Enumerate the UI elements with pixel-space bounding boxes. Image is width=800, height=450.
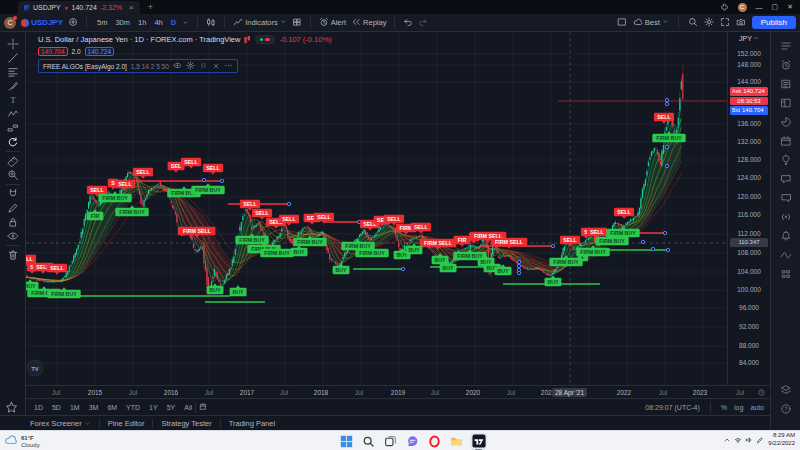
hotlists-button[interactable] (778, 115, 794, 129)
source-code-icon[interactable]: { } (199, 61, 208, 71)
goto-date-button[interactable] (199, 402, 208, 412)
chats-button[interactable] (778, 191, 794, 205)
range-5y[interactable]: 5Y (167, 404, 176, 411)
price-chart[interactable]: SELLSSELLSELLSELLSSELLSELLSELSELLSELLFIR… (26, 32, 727, 385)
alerts-button[interactable] (778, 58, 794, 72)
replay-button[interactable]: Replay (351, 17, 386, 29)
publish-button[interactable]: Publish (752, 16, 796, 29)
range-6m[interactable]: 6M (107, 404, 117, 411)
panel-tab-strategy-tester[interactable]: Strategy Tester (161, 419, 211, 428)
bid-price-box[interactable]: 140.704 (38, 47, 68, 56)
tray-clock[interactable]: 8:29 AM 9/22/2022 (768, 432, 798, 447)
range-1y[interactable]: 1Y (149, 404, 158, 411)
taskbar-app-search[interactable] (360, 433, 377, 450)
timeframe-5m[interactable]: 5m (95, 18, 109, 27)
scale-%[interactable]: % (721, 404, 727, 411)
gear-icon[interactable] (186, 61, 195, 71)
tab-close-button[interactable]: × (129, 3, 134, 12)
range-1m[interactable]: 1M (70, 404, 80, 411)
search-button[interactable] (688, 17, 698, 29)
indicator-toggle-pills[interactable] (255, 35, 275, 44)
indicator-templates-button[interactable] (292, 17, 302, 29)
scale-auto[interactable]: auto (750, 404, 764, 411)
indicator-legend-row[interactable]: FREE ALGOs [EasyAlgo 2.0] 1.5 14 2 5 50 … (38, 59, 238, 73)
panel-tab-trading-panel[interactable]: Trading Panel (229, 419, 275, 428)
timeframe-1h[interactable]: 1h (136, 18, 148, 27)
timeframe-4h[interactable]: 4h (152, 18, 164, 27)
fullscreen-button[interactable] (720, 17, 730, 29)
tray-speaker[interactable] (745, 436, 753, 444)
notifications-button[interactable] (778, 229, 794, 243)
redo-button[interactable] (418, 17, 428, 29)
currency-label[interactable]: JPY (728, 35, 770, 42)
window-maximize-button[interactable]: ▢ (772, 3, 779, 11)
symbol-info-row[interactable]: U.S. Dollar / Japanese Yen · 1D · FOREX.… (38, 35, 332, 44)
range-1d[interactable]: 1D (34, 404, 43, 411)
user-avatar[interactable]: C (4, 17, 16, 29)
fib-retracement-tool[interactable] (4, 65, 22, 79)
xabcd-pattern-tool[interactable] (4, 107, 22, 121)
alert-button[interactable]: Alert (319, 17, 346, 29)
window-close-button[interactable]: ✕ (787, 3, 793, 11)
range-5d[interactable]: 5D (52, 404, 61, 411)
timeframe-D[interactable]: D (169, 18, 178, 27)
range-3m[interactable]: 3M (89, 404, 99, 411)
rotate-tool[interactable] (4, 135, 22, 149)
trend-line-tool[interactable] (4, 51, 22, 65)
object-tree-button[interactable] (778, 383, 794, 397)
taskbar-app-chat[interactable] (404, 433, 421, 450)
long-short-position-tool[interactable] (4, 121, 22, 135)
browser-avatar[interactable]: C (738, 3, 747, 12)
more-options-icon[interactable] (224, 61, 233, 71)
lock-all-tool[interactable] (4, 215, 22, 229)
range-all[interactable]: All (184, 404, 192, 411)
private-chats-button[interactable] (778, 172, 794, 186)
settings-gear-button[interactable] (704, 17, 714, 29)
taskbar-app-task-view[interactable] (382, 433, 399, 450)
taskbar-app-start[interactable] (338, 433, 355, 450)
trading-panel-button[interactable] (778, 267, 794, 281)
taskbar-app-tradingview[interactable] (470, 433, 487, 450)
help-button[interactable]: ? (778, 402, 794, 416)
watchlist-button[interactable] (778, 39, 794, 53)
tray-pen[interactable] (756, 436, 764, 444)
zoom-in-tool[interactable] (4, 168, 22, 182)
drawing-tool[interactable] (4, 201, 22, 215)
layout-select-button[interactable] (617, 17, 627, 29)
taskbar-app-file-explorer[interactable] (448, 433, 465, 450)
weather-widget[interactable]: 61°FCloudy (4, 433, 40, 450)
panel-tab-pine-editor[interactable]: Pine Editor (108, 419, 145, 428)
eye-icon[interactable] (173, 61, 182, 71)
timeframe-30m[interactable]: 30m (113, 18, 132, 27)
compare-add-button[interactable] (68, 17, 78, 29)
new-tab-button[interactable]: + (148, 2, 153, 12)
range-ytd[interactable]: YTD (126, 404, 140, 411)
hide-all-tool[interactable] (4, 229, 22, 243)
panel-tab-forex-screener[interactable]: Forex Screener (30, 419, 91, 428)
snapshot-camera-button[interactable] (736, 17, 746, 29)
tray-chevron-up[interactable] (723, 436, 731, 444)
undo-button[interactable] (403, 17, 413, 29)
chart-style-button[interactable] (206, 17, 216, 29)
cloud-layout-button[interactable]: Best (633, 17, 669, 29)
brush-tool[interactable] (4, 79, 22, 93)
news-button[interactable] (778, 77, 794, 91)
data-window-button[interactable] (778, 96, 794, 110)
price-axis[interactable]: JPY 152.000148.000144.000136.000132.0001… (727, 32, 770, 385)
markets-button[interactable] (778, 248, 794, 262)
time-axis[interactable]: Jul2015Jul2016Jul2017Jul2018Jul2019Jul20… (26, 385, 770, 398)
browser-tab-usdjpy[interactable]: USDJPY ▼ 140.724 -2.32% × (18, 1, 140, 14)
measure-tool[interactable] (4, 154, 22, 168)
text-tool[interactable]: T (4, 93, 22, 107)
indicators-button[interactable]: Indicators (233, 17, 287, 29)
tray-wifi[interactable] (734, 436, 742, 444)
calendar-button[interactable] (778, 134, 794, 148)
server-clock[interactable]: 08:29:07 (UTC-4) (645, 404, 699, 411)
symbol-button[interactable]: USDJPY (21, 18, 63, 27)
scale-log[interactable]: log (734, 404, 743, 411)
magnet-tool[interactable] (4, 187, 22, 201)
close-icon[interactable] (212, 62, 220, 71)
crosshair-tool[interactable] (4, 37, 22, 51)
streams-button[interactable] (778, 210, 794, 224)
taskbar-app-opera[interactable] (426, 433, 443, 450)
